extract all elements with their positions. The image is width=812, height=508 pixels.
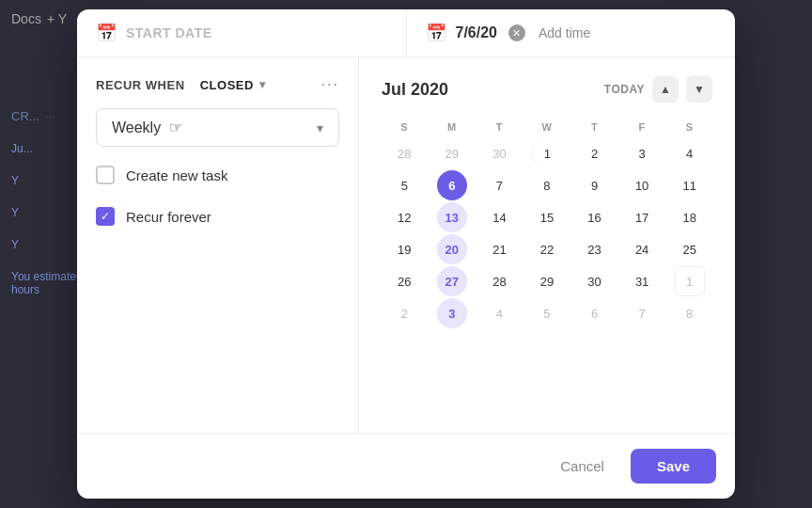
frequency-select[interactable]: Weekly ☞ ▾ [96, 108, 339, 147]
cal-day-22[interactable]: 22 [532, 234, 562, 264]
cal-day-24[interactable]: 24 [627, 234, 657, 264]
start-date-calendar-icon: 📅 [96, 23, 117, 43]
cal-day-26[interactable]: 26 [389, 266, 419, 296]
due-date-button[interactable]: 📅 7/6/20 ✕ Add time [407, 9, 736, 56]
cal-day-3-next[interactable]: 3 [437, 298, 467, 328]
recur-label: RECUR WHEN CLOSED ▾ [96, 78, 265, 92]
cal-day-3[interactable]: 3 [627, 138, 657, 168]
cal-day-31[interactable]: 31 [627, 266, 657, 296]
right-panel: Jul 2020 TODAY ▲ ▼ S M T W T F S [359, 57, 735, 433]
cal-day-8-next[interactable]: 8 [675, 298, 705, 328]
modal-header: DUE DATE 📅 START DATE 📅 7/6/20 ✕ Add tim… [77, 9, 735, 57]
cal-day-16[interactable]: 16 [580, 202, 610, 232]
recur-forever-checkbox[interactable]: ✓ [96, 207, 115, 226]
recur-header: RECUR WHEN CLOSED ▾ ··· [96, 76, 339, 93]
prev-month-button[interactable]: ▲ [652, 76, 679, 103]
frequency-value: Weekly ☞ [112, 119, 182, 136]
create-new-task-option[interactable]: Create new task [96, 162, 339, 188]
cal-day-2-next[interactable]: 2 [389, 298, 419, 328]
day-header-thu: T [571, 118, 617, 136]
recur-when-text: RECUR WHEN [96, 78, 185, 92]
recur-forever-option[interactable]: ✓ Recur forever [96, 203, 339, 230]
start-date-placeholder: START DATE [126, 25, 212, 40]
cal-day-5-next[interactable]: 5 [532, 298, 562, 328]
cal-day-7-next[interactable]: 7 [627, 298, 657, 328]
calendar-controls: TODAY ▲ ▼ [604, 76, 712, 103]
cancel-button[interactable]: Cancel [545, 451, 619, 482]
cal-day-20[interactable]: 20 [437, 234, 467, 264]
cal-day-4[interactable]: 4 [675, 138, 705, 168]
cal-day-19[interactable]: 19 [389, 234, 419, 264]
day-header-sun: S [382, 118, 428, 136]
day-header-fri: F [619, 118, 665, 136]
modal-overlay: DUE DATE 📅 START DATE 📅 7/6/20 ✕ Add tim… [0, 0, 812, 508]
cal-day-30[interactable]: 30 [580, 266, 610, 296]
calendar-grid: S M T W T F S 28 29 30 1 2 3 4 5 [382, 118, 712, 328]
modal-footer: Cancel Save [77, 433, 735, 499]
cal-day-23[interactable]: 23 [580, 234, 610, 264]
due-date-calendar-icon: 📅 [426, 23, 446, 43]
cal-day-10[interactable]: 10 [627, 170, 657, 200]
save-button[interactable]: Save [631, 449, 716, 484]
cal-day-28-prev[interactable]: 28 [389, 138, 419, 168]
cal-day-28[interactable]: 28 [484, 266, 514, 296]
cal-day-14[interactable]: 14 [484, 202, 514, 232]
cursor-icon: ☞ [169, 119, 182, 136]
cal-day-30-prev[interactable]: 30 [484, 138, 514, 168]
frequency-chevron-icon: ▾ [317, 120, 323, 135]
cal-day-1-next[interactable]: 1 [675, 266, 705, 296]
modal: DUE DATE 📅 START DATE 📅 7/6/20 ✕ Add tim… [77, 9, 735, 499]
due-date-value: 7/6/20 [456, 24, 497, 41]
cal-day-29-prev[interactable]: 29 [437, 138, 467, 168]
today-button[interactable]: TODAY [604, 83, 645, 96]
calendar-header: Jul 2020 TODAY ▲ ▼ [382, 76, 712, 103]
modal-body: RECUR WHEN CLOSED ▾ ··· Weekly ☞ ▾ [77, 57, 735, 433]
day-header-mon: M [429, 118, 476, 136]
cal-day-17[interactable]: 17 [627, 202, 657, 232]
cal-day-7[interactable]: 7 [484, 170, 514, 200]
cal-day-6-selected[interactable]: 6 [437, 170, 467, 200]
more-options-button[interactable]: ··· [321, 76, 339, 93]
cal-day-21[interactable]: 21 [484, 234, 514, 264]
cal-day-9[interactable]: 9 [580, 170, 610, 200]
cal-day-4-next[interactable]: 4 [484, 298, 514, 328]
cal-day-15[interactable]: 15 [532, 202, 562, 232]
cal-day-25[interactable]: 25 [675, 234, 705, 264]
cal-day-27[interactable]: 27 [437, 266, 467, 296]
recur-closed-text: CLOSED [200, 78, 254, 92]
cal-day-5[interactable]: 5 [389, 170, 419, 200]
cal-day-29[interactable]: 29 [532, 266, 562, 296]
recur-forever-label: Recur forever [126, 209, 211, 225]
day-header-wed: W [524, 118, 570, 136]
create-new-task-label: Create new task [126, 167, 227, 183]
cal-day-13[interactable]: 13 [437, 202, 467, 232]
calendar-month-year: Jul 2020 [382, 80, 448, 100]
cal-day-1[interactable]: 1 [532, 138, 562, 168]
recur-chevron-icon[interactable]: ▾ [259, 78, 266, 91]
left-panel: RECUR WHEN CLOSED ▾ ··· Weekly ☞ ▾ [77, 57, 359, 433]
cal-day-2[interactable]: 2 [580, 138, 610, 168]
cal-day-18[interactable]: 18 [675, 202, 705, 232]
cal-day-8[interactable]: 8 [532, 170, 562, 200]
add-time-label[interactable]: Add time [539, 25, 590, 40]
start-date-button[interactable]: 📅 START DATE [77, 9, 407, 56]
cal-day-12[interactable]: 12 [389, 202, 419, 232]
cal-day-6-next[interactable]: 6 [580, 298, 610, 328]
next-month-button[interactable]: ▼ [686, 76, 712, 103]
day-header-sat: S [666, 118, 712, 136]
clear-due-date-button[interactable]: ✕ [508, 24, 525, 41]
create-new-task-checkbox[interactable] [96, 166, 115, 184]
due-date-label: DUE DATE [373, 9, 439, 10]
day-header-tue: T [476, 118, 523, 136]
cal-day-11[interactable]: 11 [675, 170, 705, 200]
